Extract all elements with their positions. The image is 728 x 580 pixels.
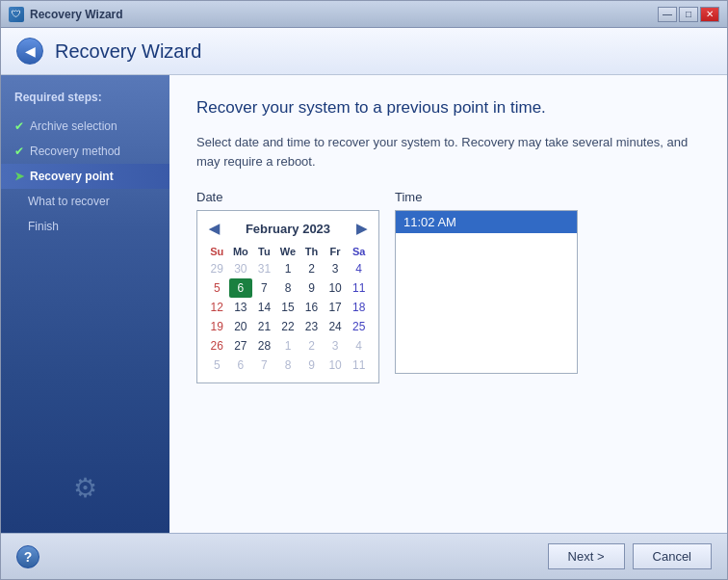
- minimize-button[interactable]: —: [658, 7, 677, 22]
- calendar-day[interactable]: 12: [205, 298, 229, 317]
- calendar-day[interactable]: 5: [205, 278, 229, 298]
- back-button[interactable]: ◀: [16, 38, 43, 65]
- sidebar-item-what-to-recover[interactable]: What to recover: [1, 189, 169, 214]
- next-button[interactable]: Next >: [548, 543, 625, 569]
- close-button[interactable]: ✕: [700, 7, 719, 22]
- calendar-day[interactable]: 10: [324, 356, 348, 375]
- calendar-header: ◀ February 2023 ▶: [205, 219, 371, 238]
- sidebar-item-archive-selection[interactable]: ✔ Archive selection: [1, 114, 169, 139]
- calendar-day[interactable]: 30: [229, 259, 253, 278]
- calendar-day[interactable]: 22: [276, 317, 300, 336]
- calendar-day[interactable]: 2: [299, 259, 324, 278]
- required-steps-label: Required steps:: [1, 91, 169, 114]
- time-item-selected[interactable]: 11:02 AM: [396, 211, 577, 233]
- date-label: Date: [196, 190, 379, 204]
- calendar-day[interactable]: 29: [205, 259, 229, 278]
- header-title: Recovery Wizard: [55, 40, 201, 63]
- calendar-day[interactable]: 11: [347, 278, 371, 298]
- main-description: Select date and time to recover your sys…: [196, 133, 700, 171]
- sidebar-item-recovery-point[interactable]: ➤ Recovery point: [1, 164, 169, 189]
- calendar-day[interactable]: 6: [229, 356, 253, 375]
- header-bar: ◀ Recovery Wizard: [1, 28, 727, 75]
- arrow-icon-recovery-point: ➤: [14, 170, 24, 183]
- title-bar-controls: — □ ✕: [658, 7, 719, 22]
- cal-header-mo: Mo: [229, 244, 253, 259]
- calendar-day[interactable]: 27: [229, 336, 253, 356]
- title-bar-left: 🛡 Recovery Wizard: [9, 7, 123, 22]
- calendar-day[interactable]: 31: [252, 259, 276, 278]
- calendar-day[interactable]: 10: [324, 278, 348, 298]
- cal-header-tu: Tu: [252, 244, 276, 259]
- calendar-day[interactable]: 1: [276, 259, 300, 278]
- calendar-day[interactable]: 20: [229, 317, 253, 336]
- calendar-day[interactable]: 17: [324, 298, 348, 317]
- sidebar-item-what-to-recover-label: What to recover: [28, 195, 110, 208]
- help-button[interactable]: ?: [16, 545, 39, 568]
- bottom-buttons: Next > Cancel: [548, 543, 712, 569]
- wizard-graphic: ⚙: [14, 472, 156, 504]
- main-title: Recover your system to a previous point …: [196, 98, 700, 118]
- calendar-day[interactable]: 3: [324, 259, 348, 278]
- calendar-next-button[interactable]: ▶: [352, 219, 371, 238]
- calendar: ◀ February 2023 ▶ Su Mo Tu We: [196, 210, 379, 383]
- sidebar-item-archive-label: Archive selection: [30, 119, 117, 133]
- sidebar-footer: ⚙: [1, 439, 169, 517]
- calendar-day[interactable]: 11: [347, 356, 371, 375]
- time-label: Time: [395, 190, 578, 204]
- cancel-button[interactable]: Cancel: [633, 543, 712, 569]
- calendar-day[interactable]: 6: [229, 278, 253, 298]
- calendar-day[interactable]: 2: [299, 336, 324, 356]
- calendar-prev-button[interactable]: ◀: [205, 219, 223, 238]
- calendar-day[interactable]: 3: [324, 336, 348, 356]
- calendar-day[interactable]: 25: [347, 317, 371, 336]
- calendar-day[interactable]: 7: [252, 356, 276, 375]
- maximize-button[interactable]: □: [679, 7, 698, 22]
- cal-header-we: We: [276, 244, 300, 259]
- window-icon: 🛡: [9, 7, 24, 22]
- sidebar: Required steps: ✔ Archive selection ✔ Re…: [1, 75, 169, 533]
- sidebar-item-finish-label: Finish: [28, 220, 59, 233]
- calendar-day[interactable]: 14: [252, 298, 276, 317]
- calendar-day[interactable]: 26: [205, 336, 229, 356]
- calendar-day[interactable]: 23: [299, 317, 324, 336]
- window-title: Recovery Wizard: [30, 8, 123, 21]
- calendar-day[interactable]: 21: [252, 317, 276, 336]
- date-section: Date ◀ February 2023 ▶ Su Mo: [196, 190, 379, 383]
- calendar-day[interactable]: 5: [205, 356, 229, 375]
- calendar-day[interactable]: 8: [276, 278, 300, 298]
- cal-header-th: Th: [299, 244, 324, 259]
- sidebar-item-recovery-method-label: Recovery method: [30, 145, 120, 158]
- calendar-day[interactable]: 9: [299, 278, 324, 298]
- sidebar-item-recovery-point-label: Recovery point: [30, 170, 114, 183]
- time-list[interactable]: 11:02 AM: [395, 210, 578, 374]
- cal-header-su: Su: [205, 244, 229, 259]
- calendar-day[interactable]: 9: [299, 356, 324, 375]
- calendar-day[interactable]: 18: [347, 298, 371, 317]
- calendar-grid: Su Mo Tu We Th Fr Sa 2930311234: [205, 244, 371, 375]
- check-icon-archive: ✔: [14, 119, 24, 133]
- sidebar-item-recovery-method[interactable]: ✔ Recovery method: [1, 139, 169, 164]
- calendar-day[interactable]: 4: [347, 259, 371, 278]
- sidebar-item-finish[interactable]: Finish: [1, 214, 169, 239]
- calendar-day[interactable]: 24: [324, 317, 348, 336]
- calendar-month-year: February 2023: [246, 222, 330, 236]
- recovery-wizard-window: 🛡 Recovery Wizard — □ ✕ ◀ Recovery Wizar…: [0, 0, 728, 580]
- date-time-container: Date ◀ February 2023 ▶ Su Mo: [196, 190, 700, 383]
- calendar-day[interactable]: 19: [205, 317, 229, 336]
- content-area: Required steps: ✔ Archive selection ✔ Re…: [1, 75, 727, 533]
- calendar-day[interactable]: 15: [276, 298, 300, 317]
- check-icon-recovery-method: ✔: [14, 145, 24, 158]
- title-bar: 🛡 Recovery Wizard — □ ✕: [1, 1, 727, 28]
- cal-header-fr: Fr: [324, 244, 348, 259]
- bottom-bar: ? Next > Cancel: [1, 533, 727, 579]
- main-content: Recover your system to a previous point …: [169, 75, 727, 533]
- calendar-day[interactable]: 13: [229, 298, 253, 317]
- calendar-day[interactable]: 4: [347, 336, 371, 356]
- calendar-day[interactable]: 28: [252, 336, 276, 356]
- cal-header-sa: Sa: [347, 244, 371, 259]
- calendar-day[interactable]: 7: [252, 278, 276, 298]
- calendar-day[interactable]: 1: [276, 336, 300, 356]
- calendar-day[interactable]: 8: [276, 356, 300, 375]
- calendar-day[interactable]: 16: [299, 298, 324, 317]
- time-section: Time 11:02 AM: [395, 190, 578, 383]
